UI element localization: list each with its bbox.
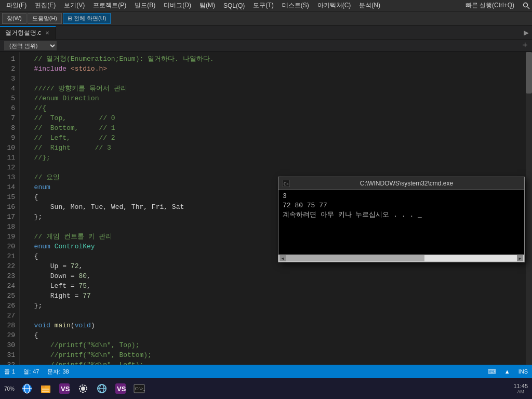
code-line-28: void main(void)	[26, 321, 526, 330]
scope-bar: (전역 범위) +	[0, 39, 532, 52]
scrollbar-thumb[interactable]	[526, 52, 532, 94]
svg-rect-6	[41, 385, 45, 388]
menu-arch[interactable]: 아키텍처(C)	[313, 0, 355, 11]
svg-text:C>: C>	[284, 182, 289, 187]
code-line-32: //printf("%d\n", Left);	[26, 360, 526, 365]
toolbar: 창(W) 도움말(H) ⊞ 전체 화면(U)	[0, 11, 532, 26]
line-num-2: 2	[4, 64, 15, 74]
line-num-9: 9	[4, 133, 15, 143]
line-num-31: 31	[4, 350, 15, 360]
cmd-titlebar[interactable]: C> C:\WINDOWS\system32\cmd.exe	[278, 177, 524, 190]
status-col-value: 47	[33, 368, 39, 375]
tab-scroll-right[interactable]: ▶	[521, 26, 532, 39]
line-num-21: 21	[4, 251, 15, 261]
status-right-group: ⌨ ▲ INS	[488, 368, 528, 375]
line-num-6: 6	[4, 103, 15, 113]
line-num-8: 8	[4, 123, 15, 133]
line-num-14: 14	[4, 182, 15, 192]
cmd-line-2: 72 80 75 77	[283, 201, 520, 210]
cmd-line-3: 계속하려면 아무 키나 누르십시오 . . . _	[283, 210, 520, 220]
taskbar-settings-icon[interactable]	[75, 380, 91, 397]
line-num-30: 30	[4, 340, 15, 350]
line-num-29: 29	[4, 330, 15, 340]
taskbar-cmd-icon[interactable]: C:\>_	[131, 380, 148, 397]
cmd-title: C:\WINDOWS\system32\cmd.exe	[293, 180, 520, 187]
code-line-5: //enum Direction	[26, 94, 526, 103]
code-line-12	[26, 163, 526, 172]
menu-sql[interactable]: SQL(Q)	[219, 0, 249, 11]
scope-selector[interactable]: (전역 범위)	[4, 41, 57, 50]
cmd-window[interactable]: C> C:\WINDOWS\system32\cmd.exe 3 72 80 7…	[278, 177, 525, 262]
line-num-5: 5	[4, 94, 15, 103]
code-line-30: //printf("%d\n", Top);	[26, 340, 526, 350]
line-num-4: 4	[4, 84, 15, 94]
menu-test[interactable]: 테스트(S)	[278, 0, 313, 11]
menu-file[interactable]: 파일(F)	[2, 0, 31, 11]
menu-build[interactable]: 빌드(B)	[130, 0, 159, 11]
menu-tools[interactable]: 도구(T)	[249, 0, 277, 11]
line-num-24: 24	[4, 281, 15, 291]
cmd-scrollbar[interactable]: ◀ ▶	[278, 255, 524, 262]
cmd-scroll-track[interactable]	[286, 255, 517, 261]
svg-text:VS: VS	[61, 385, 70, 393]
line-num-20: 20	[4, 242, 15, 251]
menu-debug[interactable]: 디버그(D)	[159, 0, 195, 11]
line-num-18: 18	[4, 222, 15, 232]
svg-rect-7	[42, 389, 49, 390]
code-line-8: // Bottom, // 1	[26, 123, 526, 133]
code-line-6: //{	[26, 103, 526, 113]
menu-view[interactable]: 보기(V)	[60, 0, 89, 11]
taskbar-network-icon[interactable]	[94, 380, 110, 397]
status-bar: 줄 1 열: 47 문자: 38 ⌨ ▲ INS	[0, 365, 532, 378]
line-num-13: 13	[4, 172, 15, 182]
code-line-22: Up = 72,	[26, 261, 526, 271]
cmd-scroll-thumb[interactable]	[286, 255, 424, 261]
svg-line-1	[527, 7, 529, 9]
taskbar-explorer-icon[interactable]	[37, 380, 54, 397]
line-num-16: 16	[4, 202, 15, 212]
code-line-10: // Right // 3	[26, 143, 526, 153]
status-keyboard-icon: ⌨	[488, 368, 496, 375]
toolbar-help[interactable]: 도움말(H)	[28, 13, 62, 24]
menu-team[interactable]: 팀(M)	[195, 0, 219, 11]
search-icon[interactable]	[523, 2, 530, 9]
status-row-value: 1	[12, 368, 15, 375]
status-ins: INS	[518, 368, 528, 375]
taskbar-vs2-icon[interactable]: VS	[112, 380, 129, 397]
line-numbers: 1234567891011121314151617181920212223242…	[0, 52, 20, 365]
line-num-3: 3	[4, 74, 15, 84]
cmd-line-1: 3	[283, 192, 520, 201]
toolbar-window[interactable]: 창(W)	[2, 13, 26, 24]
code-line-31: //printf("%d\n", Bottom);	[26, 350, 526, 360]
taskbar-vs-icon[interactable]: VS	[56, 380, 73, 397]
svg-text:C:\>_: C:\>_	[135, 386, 145, 391]
tab-close-button[interactable]: ✕	[44, 30, 50, 36]
line-num-26: 26	[4, 301, 15, 311]
tab-bar: 열거형설명.c ✕ ▶	[0, 26, 532, 39]
line-num-32: 32	[4, 360, 15, 365]
tab-main-file[interactable]: 열거형설명.c ✕	[0, 26, 56, 39]
code-line-11: //};	[26, 153, 526, 163]
cmd-scroll-right[interactable]: ▶	[517, 255, 523, 261]
code-line-4: ///// 방향키를 묶어서 관리	[26, 84, 526, 94]
code-line-24: Left = 75,	[26, 281, 526, 291]
add-scope-icon[interactable]: +	[522, 41, 528, 51]
line-num-25: 25	[4, 291, 15, 301]
status-row-label: 줄	[4, 368, 10, 376]
line-num-11: 11	[4, 153, 15, 163]
menu-analyze[interactable]: 분석(N)	[355, 0, 384, 11]
cmd-scroll-left[interactable]: ◀	[280, 255, 286, 261]
vertical-scrollbar[interactable]	[526, 52, 532, 365]
code-line-2: #include <stdio.h>	[26, 64, 526, 74]
taskbar-zoom: 70%	[4, 386, 15, 392]
line-num-17: 17	[4, 212, 15, 222]
cmd-app-icon: C>	[283, 180, 290, 187]
menu-project[interactable]: 프로젝트(P)	[89, 0, 130, 11]
toolbar-fullscreen[interactable]: ⊞ 전체 화면(U)	[63, 13, 111, 24]
taskbar-ie-icon[interactable]	[19, 380, 35, 397]
menu-edit[interactable]: 편집(E)	[31, 0, 60, 11]
svg-text:VS: VS	[117, 385, 126, 393]
line-num-27: 27	[4, 311, 15, 321]
quick-run[interactable]: 빠른 실행(Ctrl+Q)	[461, 1, 518, 10]
code-line-27	[26, 311, 526, 321]
